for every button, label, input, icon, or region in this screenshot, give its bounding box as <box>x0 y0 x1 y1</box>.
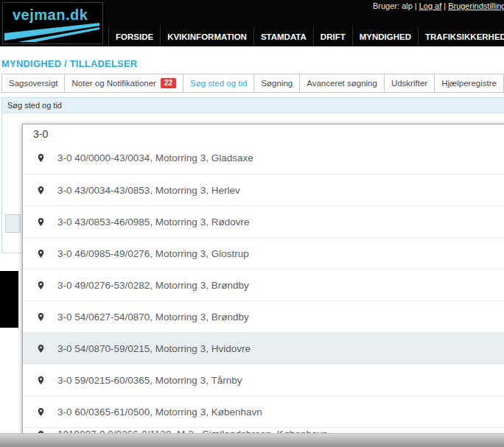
panel-header-title: Søg sted og tid <box>2 98 504 113</box>
nav-item-kvikinformation[interactable]: KVIKINFORMATION <box>160 27 253 46</box>
vejman-logo[interactable]: vejman.dk <box>2 2 103 44</box>
tab[interactable]: Søg sted og tid <box>183 74 254 93</box>
user-label: Bruger: alp <box>373 1 413 10</box>
location-pin-icon <box>36 152 46 164</box>
location-pin-icon <box>36 279 46 292</box>
suggestion-item[interactable]: 3-0 46/0985-49/0276, Motorring 3, Glostr… <box>23 237 504 269</box>
tab-label: Hjælperegistre <box>441 79 497 88</box>
main-nav: FORSIDEKVIKINFORMATIONSTAMDATADRIFTMYNDI… <box>108 27 504 46</box>
top-header: Bruger: alp|Log af|Brugerindstillinger v… <box>0 0 504 46</box>
suggestion-label: 3-0 40/0000-43/0034, Motorring 3, Gladsa… <box>57 152 253 163</box>
location-pin-icon <box>36 311 46 323</box>
tab-label: Noter og Notifikationer <box>71 79 155 88</box>
suggestion-label: 3-0 59/0215-60/0365, Motorring 3, Tårnby <box>57 375 242 386</box>
tab-label: Sagsoversigt <box>9 79 57 88</box>
breadcrumb: MYNDIGHED / TILLADELSER <box>1 58 137 69</box>
separator: | <box>444 1 446 10</box>
location-pin-icon <box>36 247 46 260</box>
suggestion-item[interactable]: 3-0 43/0034-43/0853, Motorring 3, Herlev <box>23 174 504 205</box>
bottom-gray-bar <box>0 433 504 447</box>
location-pin-icon <box>36 184 46 197</box>
suggestion-label: 3-0 46/0985-49/0276, Motorring 3, Glostr… <box>57 248 249 259</box>
suggestion-label: 3-0 60/0365-61/0500, Motorring 3, Københ… <box>57 406 262 418</box>
nav-item-forside[interactable]: FORSIDE <box>108 27 160 46</box>
suggestion-item[interactable]: 3-0 40/0000-43/0034, Motorring 3, Gladsa… <box>23 142 504 174</box>
suggestion-label: 3-0 54/0627-54/0870, Motorring 3, Brøndb… <box>57 312 249 323</box>
suggestion-list: 3-0 40/0000-43/0034, Motorring 3, Gladsa… <box>23 142 504 436</box>
autocomplete-dropdown: 3-0 3-0 40/0000-43/0034, Motorring 3, Gl… <box>22 124 504 436</box>
suggestion-item[interactable]: 3-0 60/0365-61/0500, Motorring 3, Københ… <box>23 395 504 427</box>
tab-bar: Sagsoversigt Noter og Notifikationer 22 … <box>1 74 504 93</box>
tab-label: Avanceret søgning <box>307 79 377 88</box>
suggestion-label: 3-0 49/0276-53/0282, Motorring 3, Brøndb… <box>57 280 249 291</box>
nav-item-stamdata[interactable]: STAMDATA <box>253 27 313 46</box>
location-pin-icon <box>36 374 46 387</box>
page: Bruger: alp|Log af|Brugerindstillinger v… <box>0 0 504 447</box>
user-settings-link[interactable]: Brugerindstillinger <box>448 1 504 10</box>
suggestion-item[interactable]: 3-0 54/0870-59/0215, Motorring 3, Hvidov… <box>23 332 504 364</box>
logo-text: vejman.dk <box>13 7 88 24</box>
logo-swoosh-icon <box>4 23 101 42</box>
tab-label: Søgning <box>261 79 293 88</box>
suggestion-item[interactable]: 3-0 59/0215-60/0365, Motorring 3, Tårnby <box>23 364 504 395</box>
suggestion-item[interactable]: 3-0 49/0276-53/0282, Motorring 3, Brøndb… <box>23 269 504 300</box>
suggestion-label: 3-0 43/0034-43/0853, Motorring 3, Herlev <box>57 185 240 196</box>
suggestion-item[interactable]: 3-0 43/0853-46/0985, Motorring 3, Rødovr… <box>23 205 504 237</box>
location-pin-icon <box>36 406 46 418</box>
partially-hidden-control[interactable] <box>5 214 21 233</box>
tab[interactable]: Udskrifter <box>384 74 435 93</box>
tab[interactable]: Noter og Notifikationer 22 <box>64 74 183 93</box>
tab-label: Udskrifter <box>391 79 427 88</box>
suggestion-label: 3-0 54/0870-59/0215, Motorring 3, Hvidov… <box>57 343 251 354</box>
logout-link[interactable]: Log af <box>419 1 442 10</box>
nav-item-myndighed[interactable]: MYNDIGHED <box>352 27 418 46</box>
suggestion-item[interactable]: 3-0 54/0627-54/0870, Motorring 3, Brøndb… <box>23 300 504 332</box>
location-pin-icon <box>36 216 46 228</box>
notification-badge: 22 <box>161 78 176 88</box>
nav-item-trafiksikkerhed[interactable]: TRAFIKSIKKERHED <box>418 27 504 46</box>
search-query-input[interactable]: 3-0 <box>23 124 504 142</box>
tab-label: Søg sted og tid <box>190 79 247 88</box>
tab[interactable]: Sagsoversigt <box>1 74 65 93</box>
suggestion-label: 3-0 43/0853-46/0985, Motorring 3, Rødovr… <box>57 217 249 228</box>
separator: | <box>415 1 417 10</box>
background-black-panel <box>0 271 18 328</box>
tab[interactable]: Hjælperegistre <box>434 74 504 93</box>
tab[interactable]: Avanceret søgning <box>299 74 385 93</box>
nav-item-drift[interactable]: DRIFT <box>313 27 352 46</box>
location-pin-icon <box>36 342 46 355</box>
user-info: Bruger: alp|Log af|Brugerindstillinger <box>373 1 504 10</box>
tab[interactable]: Søgning <box>253 74 300 93</box>
